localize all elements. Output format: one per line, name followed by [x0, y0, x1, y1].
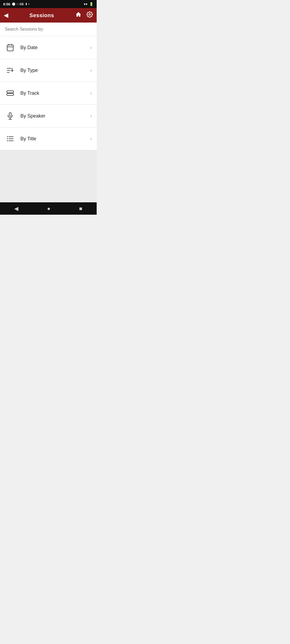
- nav-back-button[interactable]: ◀: [8, 203, 25, 214]
- home-button[interactable]: [75, 11, 82, 19]
- settings-button[interactable]: [86, 11, 93, 19]
- svg-point-18: [7, 138, 8, 139]
- status-time: 6:56 🕐□GE⬇•: [3, 2, 29, 6]
- svg-point-17: [7, 136, 8, 137]
- status-bar: 6:56 🕐□GE⬇• ▾▾ 🔋: [0, 0, 97, 8]
- by-track-label: By Track: [20, 90, 90, 96]
- chevron-right-icon: ›: [90, 113, 92, 119]
- list-icon: [5, 133, 16, 144]
- list-item-by-type[interactable]: By Type ›: [0, 59, 97, 82]
- by-title-label: By Title: [20, 136, 90, 142]
- track-icon: [5, 88, 16, 98]
- chevron-right-icon: ›: [90, 45, 92, 50]
- list-item-by-title[interactable]: By Title ›: [0, 127, 97, 150]
- list-item-by-date[interactable]: By Date ›: [0, 36, 97, 59]
- microphone-icon: [5, 111, 16, 121]
- svg-rect-1: [7, 45, 13, 51]
- back-button[interactable]: ◀: [4, 12, 8, 19]
- sessions-list: By Date › By Type › By Track ›: [0, 36, 97, 150]
- nav-recents-button[interactable]: ■: [73, 203, 89, 214]
- chevron-right-icon: ›: [90, 68, 92, 73]
- status-right-icons: ▾▾ 🔋: [84, 2, 93, 6]
- chevron-right-icon: ›: [90, 136, 92, 142]
- wifi-icon: ▾▾: [84, 2, 88, 6]
- nav-bar: ◀ ● ■: [0, 202, 97, 215]
- svg-point-0: [89, 14, 90, 15]
- nav-home-button[interactable]: ●: [41, 203, 57, 214]
- svg-rect-10: [7, 93, 14, 96]
- calendar-icon: [5, 42, 16, 53]
- status-icons: 🕐□GE⬇•: [12, 2, 29, 6]
- page-title: Sessions: [30, 12, 54, 19]
- sort-icon: [5, 65, 16, 76]
- by-date-label: By Date: [20, 45, 90, 50]
- svg-point-19: [7, 140, 8, 141]
- svg-rect-9: [7, 91, 14, 93]
- battery-icon: 🔋: [89, 2, 93, 6]
- list-item-by-speaker[interactable]: By Speaker ›: [0, 105, 97, 127]
- by-speaker-label: By Speaker: [20, 113, 90, 119]
- svg-rect-11: [9, 113, 11, 116]
- chevron-right-icon: ›: [90, 90, 92, 96]
- search-bar[interactable]: [0, 23, 97, 36]
- toolbar-actions: [75, 11, 93, 19]
- toolbar: ◀ Sessions: [0, 8, 97, 23]
- list-item-by-track[interactable]: By Track ›: [0, 82, 97, 105]
- time-display: 6:56: [3, 2, 10, 6]
- search-input[interactable]: [5, 27, 92, 32]
- empty-area: [0, 150, 97, 202]
- by-type-label: By Type: [20, 68, 90, 73]
